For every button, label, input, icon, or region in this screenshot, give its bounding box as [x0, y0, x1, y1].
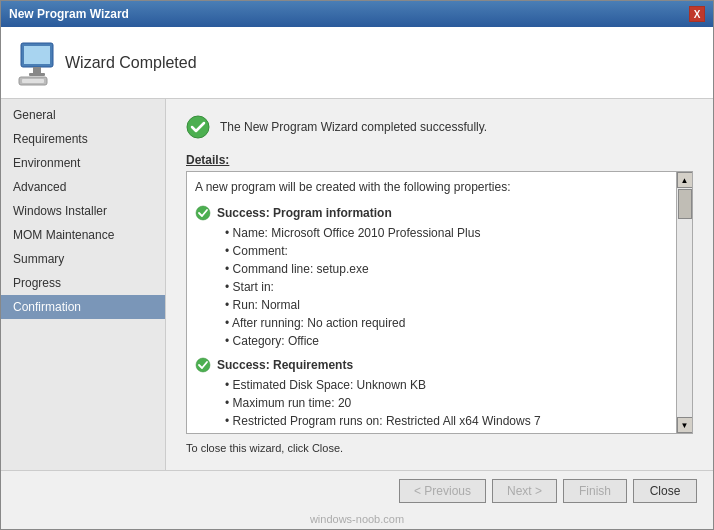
sidebar: General Requirements Environment Advance… — [1, 99, 166, 470]
bullet-item: Command line: setup.exe — [225, 260, 668, 278]
sidebar-item-mom-maintenance[interactable]: MOM Maintenance — [1, 223, 165, 247]
section-2-content: Success: Requirements Estimated Disk Spa… — [217, 356, 668, 430]
wizard-title: Wizard Completed — [65, 54, 197, 72]
sidebar-item-progress[interactable]: Progress — [1, 271, 165, 295]
bullet-item: After running: No action required — [225, 314, 668, 332]
scroll-down-button[interactable]: ▼ — [677, 417, 693, 433]
scroll-up-button[interactable]: ▲ — [677, 172, 693, 188]
section-2-title: Success: Requirements — [217, 356, 668, 374]
bullet-item: Restricted Program runs on: Restricted A… — [225, 412, 668, 430]
sidebar-item-confirmation[interactable]: Confirmation — [1, 295, 165, 319]
wizard-icon — [17, 39, 65, 87]
svg-rect-3 — [29, 73, 45, 76]
main-content: The New Program Wizard completed success… — [166, 99, 713, 470]
watermark: windows-noob.com — [1, 511, 713, 529]
section-1-title: Success: Program information — [217, 204, 668, 222]
success-message: The New Program Wizard completed success… — [220, 120, 487, 134]
bullet-item: Comment: — [225, 242, 668, 260]
bullet-item: Estimated Disk Space: Unknown KB — [225, 376, 668, 394]
header-area: Wizard Completed — [1, 27, 713, 99]
svg-rect-5 — [22, 79, 44, 83]
section-2-bullets: Estimated Disk Space: Unknown KB Maximum… — [217, 376, 668, 430]
svg-rect-1 — [24, 46, 50, 64]
footer-text: To close this wizard, click Close. — [186, 442, 693, 454]
previous-button[interactable]: < Previous — [399, 479, 486, 503]
details-box: A new program will be created with the f… — [186, 171, 693, 434]
scrollbar-thumb[interactable] — [678, 189, 692, 219]
section-success-icon-2 — [195, 357, 211, 373]
section-1-bullets: Name: Microsoft Office 2010 Professional… — [217, 224, 668, 350]
details-content[interactable]: A new program will be created with the f… — [187, 172, 676, 433]
next-button[interactable]: Next > — [492, 479, 557, 503]
window-title: New Program Wizard — [9, 7, 129, 21]
svg-point-6 — [187, 116, 209, 138]
svg-rect-2 — [33, 67, 41, 73]
sidebar-item-environment[interactable]: Environment — [1, 151, 165, 175]
content-area: General Requirements Environment Advance… — [1, 99, 713, 470]
section-success-icon-1 — [195, 205, 211, 221]
bullet-item: Run: Normal — [225, 296, 668, 314]
bullet-item: Category: Office — [225, 332, 668, 350]
section-requirements: Success: Requirements Estimated Disk Spa… — [195, 356, 668, 430]
section-1-content: Success: Program information Name: Micro… — [217, 204, 668, 350]
details-intro: A new program will be created with the f… — [195, 178, 668, 196]
scrollbar-track — [677, 188, 692, 417]
bullet-item: Maximum run time: 20 — [225, 394, 668, 412]
sidebar-item-summary[interactable]: Summary — [1, 247, 165, 271]
sidebar-item-general[interactable]: General — [1, 103, 165, 127]
button-row: < Previous Next > Finish Close — [1, 470, 713, 511]
bullet-item: Start in: — [225, 278, 668, 296]
success-icon — [186, 115, 210, 139]
title-bar: New Program Wizard X — [1, 1, 713, 27]
bullet-item: Name: Microsoft Office 2010 Professional… — [225, 224, 668, 242]
close-window-button[interactable]: X — [689, 6, 705, 22]
sidebar-item-advanced[interactable]: Advanced — [1, 175, 165, 199]
main-window: New Program Wizard X Wizard Completed Ge… — [0, 0, 714, 530]
finish-button[interactable]: Finish — [563, 479, 627, 503]
details-label: Details: — [186, 153, 693, 167]
section-program-info: Success: Program information Name: Micro… — [195, 204, 668, 350]
scrollbar: ▲ ▼ — [676, 172, 692, 433]
sidebar-item-requirements[interactable]: Requirements — [1, 127, 165, 151]
sidebar-item-windows-installer[interactable]: Windows Installer — [1, 199, 165, 223]
success-row: The New Program Wizard completed success… — [186, 115, 693, 139]
close-button[interactable]: Close — [633, 479, 697, 503]
